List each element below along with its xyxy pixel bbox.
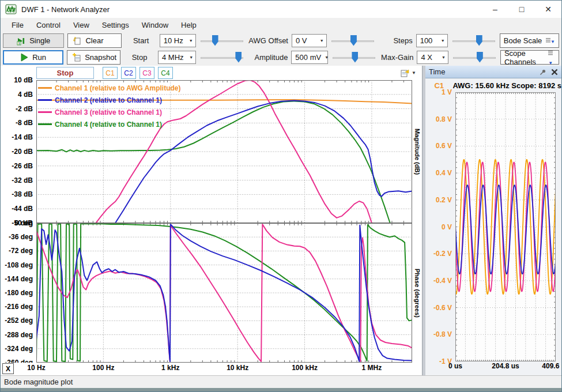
slider-handle[interactable] — [477, 52, 483, 63]
title-bar: DWF 1 - Network Analyzer – □ ✕ — [1, 1, 561, 18]
waveforms-logo-icon — [5, 3, 17, 15]
bode-scale-label: Bode Scale — [504, 36, 542, 45]
phase-y-axis: 0 deg-36 deg-72 deg-108 deg-144 deg-180 … — [1, 223, 36, 363]
bode-plot-header: Stop C1C2C3C4 ▼ — [1, 66, 422, 80]
menu-item-control[interactable]: Control — [30, 19, 67, 31]
frequency-tick-label: 100 Hz — [92, 364, 114, 372]
run-button[interactable]: Run — [3, 50, 63, 65]
chevron-down-icon[interactable]: ▼ — [187, 51, 195, 63]
magnitude-axis-title: Magnitude (dB) — [412, 80, 422, 223]
voltage-tick-label: -0.8 V — [433, 330, 452, 338]
magnitude-y-axis: 10 dB4 dB-2 dB-8 dB-14 dB-20 dB-26 dB-32… — [1, 80, 36, 223]
stop-slider[interactable] — [199, 51, 244, 64]
scope-channels-button[interactable]: Scope Channels ▼ — [500, 50, 559, 65]
scope-channels-label: Scope Channels — [504, 49, 545, 66]
magnitude-tick-label: -14 dB — [12, 133, 33, 141]
menu-item-file[interactable]: File — [5, 19, 30, 31]
minimize-button[interactable]: – — [482, 1, 508, 18]
max-gain-slider[interactable] — [452, 51, 497, 64]
export-icon — [400, 69, 410, 78]
phase-tick-label: -144 deg — [5, 275, 33, 283]
max-gain-combo[interactable]: 4 X ▼ — [417, 51, 448, 64]
voltage-tick-label: 0 V — [442, 223, 452, 231]
awg-offset-slider[interactable] — [330, 35, 375, 47]
scope-plot[interactable] — [455, 92, 556, 361]
single-button[interactable]: 1 Single — [3, 33, 64, 48]
slider-track — [452, 40, 495, 42]
phase-plot[interactable] — [36, 223, 412, 363]
legend-line-swatch — [38, 111, 52, 113]
network-analyzer-window: DWF 1 - Network Analyzer – □ ✕ FileContr… — [0, 0, 562, 392]
toolbar-row-2: Run Snapshot Stop 4 MHz ▼ Amplitude 500 … — [3, 50, 559, 65]
time-panel-header-icons — [540, 69, 558, 76]
phase-tick-label: -252 deg — [5, 316, 33, 325]
chevron-down-icon[interactable]: ▼ — [439, 35, 447, 47]
start-frequency-combo[interactable]: 10 Hz ▼ — [160, 34, 196, 47]
bode-plot-area: Stop C1C2C3C4 ▼ 10 dB4 dB-2 dB-8 dB-14 d… — [1, 66, 422, 375]
run-button-label: Run — [32, 53, 46, 62]
frequency-tick-label: 1 MHz — [362, 364, 382, 372]
phase-tick-label: 0 deg — [15, 219, 33, 227]
menu-item-view[interactable]: View — [67, 19, 96, 31]
list-icon — [548, 50, 553, 56]
slider-handle[interactable] — [350, 35, 357, 46]
close-panel-icon[interactable] — [551, 69, 558, 76]
close-button[interactable]: ✕ — [535, 1, 561, 18]
awg-offset-combo[interactable]: 0 V ▼ — [292, 34, 327, 47]
amplitude-slider[interactable] — [331, 51, 376, 64]
frequency-tick-label: 10 kHz — [227, 364, 248, 372]
channel-button-c1[interactable]: C1 — [103, 67, 118, 79]
frequency-tick-label: 1 kHz — [161, 364, 179, 372]
chevron-down-icon: ▼ — [412, 70, 416, 76]
snapshot-button-label: Snapshot — [85, 53, 116, 62]
legend-item: Channel 1 (relative to AWG Amplitude) — [38, 82, 180, 94]
slider-handle[interactable] — [212, 35, 218, 46]
frequency-axis-row: X 10 Hz100 Hz1 kHz10 kHz100 kHz1 MHz — [1, 363, 422, 375]
clear-icon — [73, 36, 82, 46]
menu-item-settings[interactable]: Settings — [96, 19, 135, 31]
slider-handle[interactable] — [352, 52, 358, 63]
time-panel: Time C1 AWG: 15.60 kHz Scope: 8192 s 1 V… — [425, 66, 561, 375]
single-acquisition-icon: 1 — [17, 36, 26, 46]
menu-item-window[interactable]: Window — [135, 19, 175, 31]
menu-item-help[interactable]: Help — [175, 19, 203, 31]
list-icon — [546, 37, 550, 43]
close-plot-button[interactable]: X — [2, 363, 14, 374]
plot-border — [37, 224, 412, 363]
voltage-tick-label: 0.4 V — [436, 169, 452, 177]
channel-button-c4[interactable]: C4 — [158, 67, 173, 79]
chevron-down-icon[interactable]: ▼ — [318, 35, 326, 47]
steps-combo[interactable]: 100 ▼ — [416, 34, 448, 47]
pin-icon[interactable] — [540, 69, 546, 76]
slider-handle[interactable] — [235, 52, 242, 63]
bode-scale-button[interactable]: Bode Scale ▼ — [500, 33, 559, 48]
chevron-down-icon[interactable]: ▼ — [325, 51, 329, 63]
toolbar-row-1: 1 Single Clear Start 10 Hz ▼ AWG Offset … — [3, 33, 559, 48]
dropdown-indicator: ▼ — [546, 36, 555, 45]
freq-tick-labels: 10 Hz100 Hz1 kHz10 kHz100 kHz1 MHz — [36, 363, 412, 375]
export-button[interactable]: ▼ — [400, 69, 416, 78]
voltage-tick-label: -0.4 V — [433, 277, 452, 285]
channel-button-c2[interactable]: C2 — [121, 67, 136, 79]
amplitude-combo[interactable]: 500 mV ▼ — [291, 51, 328, 64]
stop-frequency-combo[interactable]: 4 MHz ▼ — [158, 51, 196, 64]
magnitude-plot-row: 10 dB4 dB-2 dB-8 dB-14 dB-20 dB-26 dB-32… — [1, 80, 422, 223]
magnitude-tick-label: 4 dB — [18, 91, 33, 99]
awg-scope-readout: AWG: 15.60 kHz Scope: 8192 s — [452, 81, 561, 90]
snapshot-button[interactable]: Snapshot — [67, 50, 120, 65]
start-label: Start — [133, 36, 156, 45]
chevron-down-icon[interactable]: ▼ — [187, 35, 195, 47]
steps-slider[interactable] — [451, 35, 496, 47]
slider-handle[interactable] — [476, 35, 482, 46]
magnitude-tick-label: -38 dB — [12, 190, 33, 198]
acquisition-status-box: Stop — [36, 67, 94, 79]
chevron-down-icon[interactable]: ▼ — [439, 51, 448, 63]
time-tick-label: 0 us — [448, 362, 462, 370]
channel-button-c3[interactable]: C3 — [139, 67, 154, 79]
clear-button[interactable]: Clear — [67, 33, 122, 48]
phase-tick-label: -36 deg — [9, 233, 33, 241]
start-slider[interactable] — [199, 35, 244, 47]
magnitude-tick-label: -8 dB — [16, 119, 33, 127]
amplitude-value: 500 mV — [292, 53, 325, 62]
maximize-button[interactable]: □ — [508, 1, 535, 18]
